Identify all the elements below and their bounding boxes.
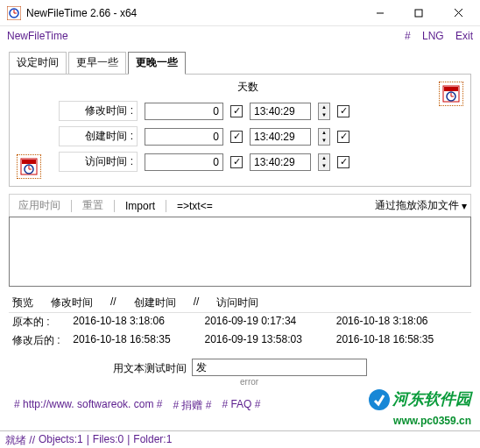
preview-original-row: 原本的 : 2016-10-18 3:18:06 2016-09-19 0:17… <box>9 313 471 331</box>
menu-hash[interactable]: # <box>405 30 411 42</box>
tab-strip: 设定时间 更早一些 更晚一些 <box>9 51 471 74</box>
col-access: 访问时间 <box>216 295 258 310</box>
checkbox-modify-time[interactable]: ✓ <box>337 105 349 117</box>
time-spinner-create[interactable]: ▲▼ <box>318 128 330 146</box>
svg-rect-14 <box>22 160 36 164</box>
watermark-name: 河东软件园 <box>392 390 471 408</box>
label-create-time: 创建时间 : <box>59 126 138 146</box>
txt-button[interactable]: =>txt<= <box>172 199 218 213</box>
file-toolbar: 应用时间 重置 Import =>txt<= 通过拖放添加文件 ▾ <box>9 194 471 217</box>
status-bar: 就绪 // Objects:1 | Files:0 | Folder:1 <box>0 430 480 448</box>
checkbox-access-time[interactable]: ✓ <box>337 156 349 168</box>
label-modify-time: 修改时间 : <box>59 101 138 121</box>
menu-appname[interactable]: NewFileTime <box>7 30 396 42</box>
separator <box>71 200 72 212</box>
clock-icon-top[interactable] <box>439 82 463 106</box>
app-icon <box>7 6 21 20</box>
time-input-access[interactable] <box>250 153 311 171</box>
preview-after-row: 修改后的 : 2016-10-18 16:58:35 2016-09-19 13… <box>9 331 471 350</box>
clock-icon-bottom[interactable] <box>17 154 41 179</box>
client-area: 设定时间 更早一些 更晚一些 天数 <box>0 46 480 417</box>
file-list[interactable] <box>9 217 471 287</box>
title-bar: NewFileTime 2.66 - x64 <box>0 0 480 26</box>
status-objects: Objects:1 <box>39 433 83 446</box>
original-modify: 2016-10-18 3:18:06 <box>73 315 204 330</box>
slash: // <box>194 295 200 310</box>
days-header: 天数 <box>237 80 258 95</box>
tab-panel: 天数 修改时间 : ✓ ▲ <box>9 74 471 187</box>
dragdrop-label: 通过拖放添加文件 <box>375 198 459 213</box>
original-create: 2016-09-19 0:17:34 <box>204 315 335 330</box>
link-faq[interactable]: # FAQ # <box>222 398 260 413</box>
separator <box>166 200 166 212</box>
text-test-label: 用文本测试时间 <box>113 359 187 376</box>
menu-lng[interactable]: LNG <box>422 30 444 42</box>
svg-point-18 <box>369 389 390 410</box>
status-folder: Folder:1 <box>133 433 172 446</box>
import-button[interactable]: Import <box>120 199 160 213</box>
menu-bar: NewFileTime # LNG Exit <box>0 26 480 46</box>
text-test-input[interactable] <box>192 359 367 376</box>
text-test-error: error <box>240 377 258 387</box>
row-access-time: 访问时间 : ✓ ▲▼ ✓ <box>20 152 460 172</box>
time-input-create[interactable] <box>250 128 311 146</box>
status-ready: 就绪 // <box>5 433 35 446</box>
time-spinner-modify[interactable]: ▲▼ <box>318 103 330 120</box>
col-create: 创建时间 <box>134 295 176 310</box>
text-test-row: 用文本测试时间 error <box>9 359 471 376</box>
tab-later[interactable]: 更晚一些 <box>128 52 186 75</box>
dragdrop-dropdown[interactable]: 通过拖放添加文件 ▾ <box>375 198 467 213</box>
time-spinner-access[interactable]: ▲▼ <box>318 153 330 171</box>
tab-set-time[interactable]: 设定时间 <box>9 52 67 75</box>
label-access-time: 访问时间 : <box>59 152 138 172</box>
col-modify: 修改时间 <box>51 295 93 310</box>
reset-button[interactable]: 重置 <box>77 197 109 214</box>
status-sep: | <box>87 433 89 446</box>
checkbox-access-days[interactable]: ✓ <box>230 156 243 168</box>
original-label: 原本的 : <box>12 315 73 330</box>
close-button[interactable] <box>438 1 478 25</box>
separator <box>114 200 115 212</box>
row-modify-time: 修改时间 : ✓ ▲▼ ✓ <box>20 101 460 121</box>
after-modify: 2016-10-18 16:58:35 <box>73 333 204 348</box>
window-title: NewFileTime 2.66 - x64 <box>26 7 361 19</box>
watermark: 河东软件园 www.pc0359.cn <box>368 388 471 429</box>
minimize-button[interactable] <box>361 1 399 25</box>
watermark-url: www.pc0359.cn <box>393 415 471 427</box>
days-input-create[interactable] <box>145 128 223 146</box>
after-label: 修改后的 : <box>12 333 73 348</box>
preview-title: 预览 <box>12 295 33 310</box>
row-create-time: 创建时间 : ✓ ▲▼ ✓ <box>20 126 460 146</box>
original-access: 2016-10-18 3:18:06 <box>336 315 468 330</box>
tab-earlier[interactable]: 更早一些 <box>68 52 126 75</box>
after-create: 2016-09-19 13:58:03 <box>204 333 335 348</box>
checkbox-modify-days[interactable]: ✓ <box>230 105 243 117</box>
link-website[interactable]: # http://www. softwareok. com # <box>14 398 162 413</box>
menu-exit[interactable]: Exit <box>455 30 473 42</box>
after-access: 2016-10-18 16:58:35 <box>336 333 468 348</box>
apply-time-button[interactable]: 应用时间 <box>13 197 66 214</box>
checkbox-create-days[interactable]: ✓ <box>230 131 243 143</box>
status-sep: | <box>127 433 130 446</box>
checkbox-create-time[interactable]: ✓ <box>337 131 349 143</box>
svg-rect-5 <box>415 10 422 17</box>
svg-rect-9 <box>444 87 458 91</box>
link-donate[interactable]: # 捐赠 # <box>173 398 211 413</box>
days-input-modify[interactable] <box>145 103 223 120</box>
status-files: Files:0 <box>93 433 124 446</box>
slash: // <box>110 295 116 310</box>
time-input-modify[interactable] <box>250 103 311 120</box>
days-input-access[interactable] <box>145 153 223 171</box>
preview-header: 预览 修改时间 // 创建时间 // 访问时间 <box>9 292 471 313</box>
maximize-button[interactable] <box>399 1 438 25</box>
chevron-down-icon: ▾ <box>462 200 467 212</box>
